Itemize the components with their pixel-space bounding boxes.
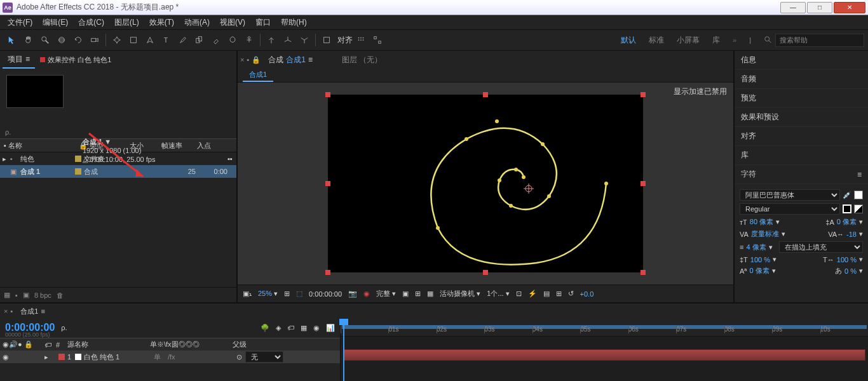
snapshot-icon[interactable]: 📷: [348, 290, 357, 298]
viewport[interactable]: 显示加速已禁用: [238, 83, 733, 284]
hscale-input[interactable]: 100 %: [837, 256, 857, 264]
guides-icon[interactable]: ▦: [427, 290, 433, 298]
motion-blur-icon[interactable]: ◉: [313, 324, 320, 332]
kerning-input[interactable]: 度量标准: [751, 229, 779, 239]
puppet-tool-icon[interactable]: [242, 33, 256, 47]
fill-color[interactable]: [854, 190, 863, 199]
local-axis-icon[interactable]: [264, 33, 278, 47]
selection-handle[interactable]: [325, 270, 330, 275]
baseline-input[interactable]: 0 像素: [749, 266, 769, 276]
col-name[interactable]: ▪ 名称: [0, 141, 75, 150]
panel-info[interactable]: 信息: [735, 51, 868, 70]
menu-window[interactable]: 窗口: [250, 16, 276, 29]
workspace-standard[interactable]: 标准: [649, 35, 664, 46]
panel-character-header[interactable]: 字符≡: [735, 165, 868, 184]
search-input[interactable]: 搜索帮助: [775, 34, 864, 47]
menu-animation[interactable]: 动画(A): [179, 16, 215, 29]
parent-select[interactable]: 无: [245, 351, 283, 363]
flowchart-icon[interactable]: ⊞: [556, 290, 562, 298]
tsume-input[interactable]: 0 %: [844, 267, 857, 275]
hide-shy-icon[interactable]: 🏷: [287, 324, 294, 331]
timeline-icon[interactable]: ▤: [543, 290, 550, 298]
menu-edit[interactable]: 编辑(E): [37, 16, 73, 29]
swap-colors-icon[interactable]: [854, 204, 863, 213]
project-search[interactable]: ρ.: [5, 128, 231, 136]
distribute-icon[interactable]: [370, 33, 384, 47]
timeline-ruler[interactable]: 01s 02s 03s 04s 05s 06s 07s 08s 09s 10s: [341, 319, 868, 337]
comp-mini-flow-icon[interactable]: 🌳: [261, 324, 269, 332]
snap-icon[interactable]: [320, 33, 334, 47]
stroke-color[interactable]: [843, 204, 851, 213]
menu-effect[interactable]: 效果(T): [144, 16, 179, 29]
close-tab-icon[interactable]: ×: [240, 56, 244, 64]
grid-icon[interactable]: ⊞: [415, 290, 421, 298]
canvas[interactable]: [328, 95, 643, 272]
roto-tool-icon[interactable]: [226, 33, 240, 47]
hand-tool-icon[interactable]: [22, 33, 36, 47]
new-comp-icon[interactable]: ▣: [23, 291, 29, 299]
view-layout[interactable]: 1个... ▾: [487, 289, 509, 298]
selection-handle[interactable]: [641, 270, 646, 275]
tab-layer[interactable]: 图层 （无）: [337, 52, 387, 68]
exposure[interactable]: +0.0: [580, 290, 594, 298]
fast-preview-icon[interactable]: ⚡: [528, 290, 537, 298]
close-tab-icon[interactable]: ×: [4, 307, 8, 315]
project-row-comp[interactable]: ▣ 合成 1 合成 25 0:00: [0, 165, 236, 178]
pen-tool-icon[interactable]: [143, 33, 157, 47]
shape-tool-icon[interactable]: [126, 33, 140, 47]
close-button[interactable]: ✕: [834, 2, 865, 13]
align-icon[interactable]: [354, 33, 368, 47]
channel-icon[interactable]: ◉: [363, 290, 370, 298]
comp-thumbnail[interactable]: [6, 75, 64, 108]
stroke-width-input[interactable]: 4 像素: [746, 243, 766, 252]
minimize-button[interactable]: —: [780, 2, 806, 13]
camera-select[interactable]: 活动摄像机 ▾: [440, 289, 480, 298]
subtab-comp1[interactable]: 合成1: [243, 69, 273, 82]
selection-handle[interactable]: [641, 92, 646, 97]
panel-preview[interactable]: 预览: [735, 89, 868, 108]
trash-icon[interactable]: 🗑: [57, 291, 64, 299]
vscale-input[interactable]: 100 %: [750, 256, 770, 264]
clone-tool-icon[interactable]: [193, 33, 207, 47]
leading-input[interactable]: 0 像素: [837, 217, 857, 227]
zoom-tool-icon[interactable]: [38, 33, 52, 47]
menu-file[interactable]: 文件(F): [3, 16, 37, 29]
draft3d-icon[interactable]: ◈: [276, 324, 281, 332]
panel-library[interactable]: 库: [735, 146, 868, 165]
view-axis-icon[interactable]: [297, 33, 311, 47]
timeline-search[interactable]: ρ.: [61, 324, 67, 331]
reset-exposure-icon[interactable]: ↺: [568, 290, 574, 298]
selection-handle[interactable]: [641, 181, 646, 186]
selection-tool-icon[interactable]: [5, 33, 19, 47]
font-family-select[interactable]: 阿里巴巴普惠体: [740, 189, 840, 201]
menu-view[interactable]: 视图(V): [215, 16, 250, 29]
current-time[interactable]: 0:00:00:00: [309, 290, 342, 298]
new-folder-icon[interactable]: ▪: [15, 291, 18, 299]
menu-composition[interactable]: 合成(C): [73, 16, 109, 29]
menu-layer[interactable]: 图层(L): [109, 16, 144, 29]
layer-row[interactable]: ◉ ▸ 1 白色 纯色 1 单 /fx ⊙ 无: [0, 351, 340, 363]
selection-handle[interactable]: [325, 181, 330, 186]
menu-help[interactable]: 帮助(H): [276, 16, 312, 29]
tracking-input[interactable]: -18: [846, 231, 857, 238]
toggle-safe-icon[interactable]: ⬚: [296, 290, 302, 298]
tab-composition[interactable]: 合成 合成1 ≡: [263, 52, 318, 68]
lock-icon[interactable]: 🔒: [252, 56, 261, 64]
magnification-icon[interactable]: ▣₁: [243, 290, 252, 298]
camera-tool-icon[interactable]: [88, 33, 102, 47]
world-axis-icon[interactable]: [281, 33, 295, 47]
font-size-input[interactable]: 80 像素: [750, 217, 773, 227]
bpc-toggle[interactable]: 8 bpc: [34, 291, 51, 299]
panel-effects-presets[interactable]: 效果和预设: [735, 108, 868, 127]
col-fps[interactable]: 帧速率: [158, 141, 193, 150]
timeline-tab[interactable]: 合成1 ≡: [15, 305, 50, 318]
pan-behind-tool-icon[interactable]: [110, 33, 124, 47]
playhead[interactable]: [343, 319, 344, 381]
eyedropper-icon[interactable]: 💉: [843, 191, 851, 199]
stroke-order-select[interactable]: 在描边上填充: [779, 241, 863, 253]
workspace-small[interactable]: 小屏幕: [677, 35, 700, 46]
font-style-select[interactable]: Regular: [740, 203, 840, 215]
eraser-tool-icon[interactable]: [209, 33, 223, 47]
brush-tool-icon[interactable]: [176, 33, 190, 47]
text-tool-icon[interactable]: T: [159, 33, 173, 47]
